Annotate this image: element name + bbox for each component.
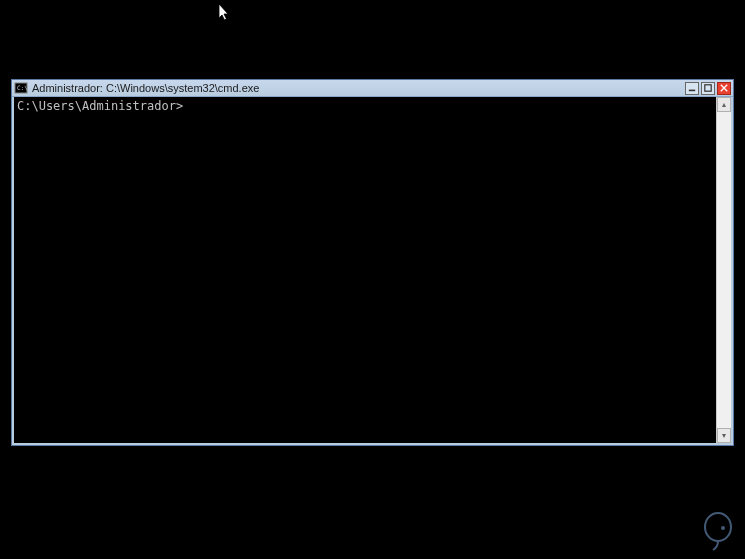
window-body: C:\Users\Administrador> ▴ ▾ xyxy=(12,97,733,445)
cmd-window: C:\ Administrador: C:\Windows\system32\c… xyxy=(11,79,734,446)
svg-point-4 xyxy=(705,513,731,541)
svg-text:C:\: C:\ xyxy=(17,84,28,91)
svg-rect-3 xyxy=(705,85,711,91)
cmd-icon: C:\ xyxy=(14,81,28,95)
scroll-down-button[interactable]: ▾ xyxy=(717,428,731,443)
minimize-button[interactable] xyxy=(685,82,699,95)
close-button[interactable] xyxy=(717,82,731,95)
scroll-up-button[interactable]: ▴ xyxy=(717,97,731,112)
watermark-logo-icon xyxy=(699,511,737,551)
vertical-scrollbar[interactable]: ▴ ▾ xyxy=(716,97,731,443)
window-title: Administrador: C:\Windows\system32\cmd.e… xyxy=(32,82,685,94)
svg-rect-2 xyxy=(689,90,695,92)
scroll-track[interactable] xyxy=(717,112,731,428)
prompt-text: C:\Users\Administrador> xyxy=(17,99,183,113)
window-controls xyxy=(685,82,731,95)
mouse-cursor-icon xyxy=(219,4,231,22)
maximize-button[interactable] xyxy=(701,82,715,95)
titlebar[interactable]: C:\ Administrador: C:\Windows\system32\c… xyxy=(12,80,733,97)
svg-point-5 xyxy=(721,526,725,530)
console-output[interactable]: C:\Users\Administrador> xyxy=(14,97,716,443)
